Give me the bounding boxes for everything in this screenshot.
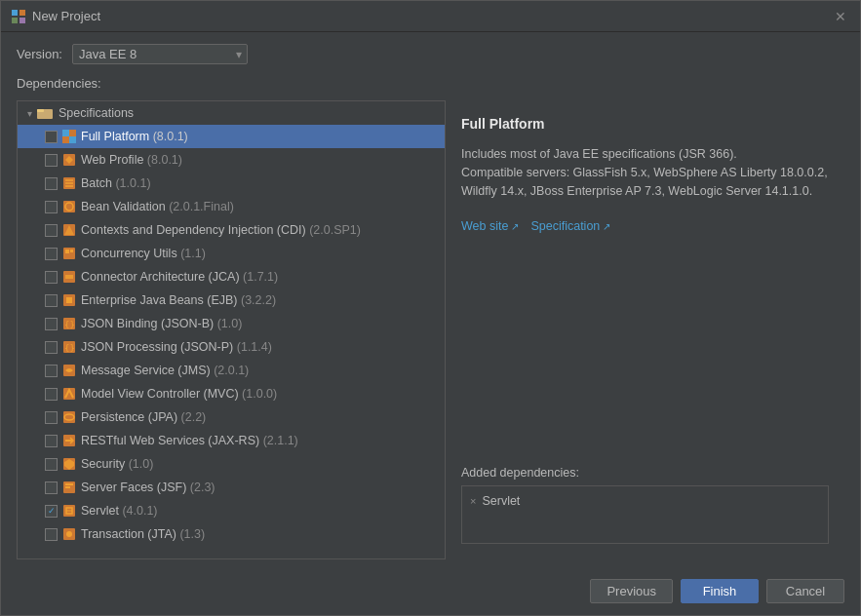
svg-rect-38 [65,486,70,488]
checkbox-security[interactable] [45,458,58,471]
svg-rect-24 [66,297,72,303]
content-area: Version: Java EE 8 Java EE 7 Java EE 6 J… [1,32,860,571]
item-label-ejb: Enterprise Java Beans (EJB) (3.2.2) [81,293,276,307]
item-label-concurrency: Concurrency Utils (1.1) [81,247,206,260]
close-button[interactable]: ✕ [831,7,850,26]
item-bean-validation[interactable]: Bean Validation (2.0.1.Final) [18,195,445,218]
added-dependencies-box: × Servlet [461,485,829,544]
main-split: ▾ Specifications Fu [17,100,844,559]
module-icon-jax-rs [61,433,77,448]
item-label-jax-rs: RESTful Web Services (JAX-RS) (2.1.1) [81,434,298,447]
item-label-cdi: Contexts and Dependency Injection (CDI) … [81,223,361,237]
item-jta[interactable]: Transaction (JTA) (1.3) [18,522,445,546]
web-site-link-arrow: ↗ [511,221,519,232]
web-site-link[interactable]: Web site ↗ [461,219,519,233]
item-concurrency-utils[interactable]: Concurrency Utils (1.1) [18,242,445,265]
module-icon-bean-validation [61,199,77,214]
item-json-binding[interactable]: {} JSON Binding (JSON-B) (1.0) [18,312,445,335]
module-icon-jta [61,526,77,542]
module-icon-web-profile [61,152,77,168]
item-jsf[interactable]: Server Faces (JSF) (2.3) [18,476,445,499]
module-icon-json-binding: {} [61,316,77,331]
checkbox-jca[interactable] [45,271,58,284]
svg-rect-19 [65,250,69,253]
module-icon-full-platform [61,129,77,144]
checkbox-jsf[interactable] [45,481,58,494]
item-label-jsf: Server Faces (JSF) (2.3) [81,481,215,494]
module-icon-mvc [61,386,77,402]
module-icon-jpa [61,409,77,425]
item-mvc[interactable]: Model View Controller (MVC) (1.0.0) [18,382,445,405]
checkbox-json-processing[interactable] [45,341,58,354]
version-select-wrapper[interactable]: Java EE 8 Java EE 7 Java EE 6 Jakarta EE… [72,44,248,64]
checkbox-jax-rs[interactable] [45,435,58,447]
item-servlet[interactable]: ✓ Servlet (4.0.1) [18,499,445,522]
checkbox-jpa[interactable] [45,411,58,424]
svg-rect-22 [65,275,73,279]
module-icon-cdi [61,222,77,238]
svg-rect-8 [62,136,69,143]
item-batch[interactable]: Batch (1.0.1) [18,172,445,195]
checkbox-ejb[interactable] [45,294,58,307]
svg-text:{}: {} [64,320,75,329]
svg-rect-9 [69,136,76,143]
checkbox-batch[interactable] [45,177,58,190]
item-label-json-processing: JSON Processing (JSON-P) (1.1.4) [81,340,272,354]
remove-servlet-button[interactable]: × [470,495,476,507]
item-json-processing[interactable]: {} JSON Processing (JSON-P) (1.1.4) [18,335,445,359]
item-ejb[interactable]: Enterprise Java Beans (EJB) (3.2.2) [18,289,445,312]
svg-rect-31 [63,411,75,423]
previous-button[interactable]: Previous [590,579,673,603]
checkbox-cdi[interactable] [45,224,58,237]
item-jax-rs[interactable]: RESTful Web Services (JAX-RS) (2.1.1) [18,429,445,452]
item-label-jms: Message Service (JMS) (2.0.1) [81,364,249,377]
version-row: Version: Java EE 8 Java EE 7 Java EE 6 J… [17,44,844,64]
item-cdi[interactable]: Contexts and Dependency Injection (CDI) … [18,218,445,242]
svg-rect-2 [12,18,18,23]
detail-description: Includes most of Java EE specifications … [461,145,829,200]
right-panel: Full Platform Includes most of Java EE s… [446,100,844,559]
module-icon-security [61,456,77,472]
item-label-jca: Connector Architecture (JCA) (1.7.1) [81,270,278,284]
specification-link[interactable]: Specification ↗ [530,219,610,233]
svg-rect-6 [62,130,69,136]
cancel-button[interactable]: Cancel [766,579,844,603]
version-select[interactable]: Java EE 8 Java EE 7 Java EE 6 Jakarta EE… [72,44,248,64]
version-label: Version: [17,47,62,61]
item-jpa[interactable]: Persistence (JPA) (2.2) [18,405,445,429]
item-label-bean-validation: Bean Validation (2.0.1.Final) [81,200,234,213]
checkbox-json-binding[interactable] [45,318,58,330]
item-security[interactable]: Security (1.0) [18,452,445,476]
group-label: Specifications [59,106,134,120]
item-label-json-binding: JSON Binding (JSON-B) (1.0) [81,317,242,330]
dep-name-servlet: Servlet [482,494,520,508]
checkbox-servlet[interactable]: ✓ [45,505,58,518]
item-label-servlet: Servlet (4.0.1) [81,504,158,518]
svg-point-42 [66,531,72,537]
folder-icon [37,105,53,121]
module-icon-servlet [61,503,77,519]
dep-item-servlet: × Servlet [470,492,820,510]
item-jms[interactable]: Message Service (JMS) (2.0.1) [18,359,445,382]
svg-rect-37 [65,483,73,485]
module-icon-json-processing: {} [61,339,77,355]
checkbox-mvc[interactable] [45,388,58,401]
item-label-batch: Batch (1.0.1) [81,176,151,190]
finish-button[interactable]: Finish [681,579,759,603]
item-web-profile[interactable]: Web Profile (8.0.1) [18,148,445,172]
item-label-jta: Transaction (JTA) (1.3) [81,527,205,541]
detail-title: Full Platform [461,116,829,132]
checkbox-full-platform[interactable] [45,131,58,143]
checkbox-jta[interactable] [45,528,58,541]
checkbox-web-profile[interactable] [45,154,58,167]
checkbox-jms[interactable] [45,365,58,377]
checkbox-concurrency-utils[interactable] [45,248,58,260]
item-full-platform[interactable]: Full Platform (8.0.1) [18,125,445,148]
item-jca[interactable]: Connector Architecture (JCA) (1.7.1) [18,265,445,289]
checkbox-bean-validation[interactable] [45,201,58,213]
dependencies-label: Dependencies: [17,76,844,91]
svg-rect-20 [70,250,73,252]
added-dependencies-label: Added dependencies: [461,466,829,480]
item-label-full-platform: Full Platform (8.0.1) [81,130,188,143]
specifications-group[interactable]: ▾ Specifications [18,101,445,125]
